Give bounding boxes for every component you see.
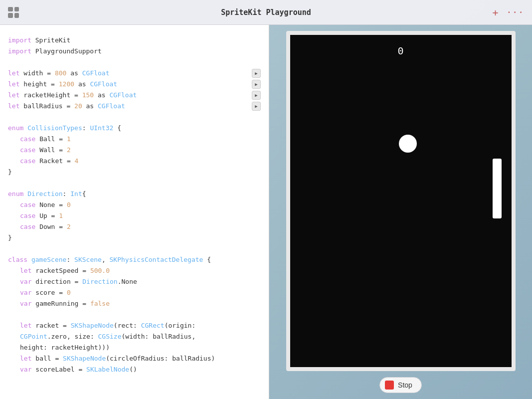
empty-line xyxy=(0,57,269,68)
code-line: let height = 1200 as CGFloat ▶ xyxy=(0,79,269,90)
page-title: SpriteKit Playground xyxy=(221,8,311,17)
code-line: case Ball = 1 xyxy=(0,134,269,145)
run-button[interactable]: ▶ xyxy=(252,80,261,89)
stop-icon xyxy=(385,381,394,390)
stop-bar: Stop xyxy=(379,377,422,393)
main-content: import SpriteKit import PlaygroundSuppor… xyxy=(0,25,532,399)
racket xyxy=(493,159,502,218)
grid-icon[interactable] xyxy=(8,7,19,18)
code-line: height: racketHeight))) xyxy=(0,342,269,353)
add-button[interactable]: + xyxy=(492,7,498,17)
empty-line xyxy=(0,178,269,189)
more-options-button[interactable]: ··· xyxy=(506,7,524,17)
game-window: 0 xyxy=(286,31,516,371)
code-line: case Racket = 4 xyxy=(0,156,269,167)
score-label: 0 xyxy=(397,45,403,57)
code-line: let racketSpeed = 500.0 xyxy=(0,265,269,276)
code-line: } xyxy=(0,232,269,243)
code-line: import PlaygroundSupport xyxy=(0,46,269,57)
ball xyxy=(399,135,417,153)
code-line: case Up = 1 xyxy=(0,210,269,221)
top-bar-right: + ··· xyxy=(492,7,524,17)
code-line: let ballRadius = 20 as CGFloat ▶ xyxy=(0,101,269,112)
code-line: CGPoint.zero, size: CGSize(width: ballRa… xyxy=(0,331,269,342)
code-line: case Wall = 2 xyxy=(0,145,269,156)
code-line: var score = 0 xyxy=(0,287,269,298)
top-bar: SpriteKit Playground + ··· xyxy=(0,0,532,25)
code-line: var scoreLabel = SKLabelNode() xyxy=(0,364,269,375)
empty-line xyxy=(0,112,269,123)
empty-line xyxy=(0,243,269,254)
code-line: var gameRunning = false xyxy=(0,298,269,309)
stop-button[interactable]: Stop xyxy=(379,377,422,393)
code-line: case Down = 2 xyxy=(0,221,269,232)
code-line: import SpriteKit xyxy=(0,35,269,46)
empty-line xyxy=(0,309,269,320)
run-button[interactable]: ▶ xyxy=(252,69,261,78)
run-button[interactable]: ▶ xyxy=(252,102,261,111)
top-bar-left xyxy=(8,7,19,18)
preview-panel: 0 Stop xyxy=(269,25,532,399)
code-line: let width = 800 as CGFloat ▶ xyxy=(0,68,269,79)
code-line: enum Direction: Int{ xyxy=(0,189,269,200)
code-line: let ball = SKShapeNode(circleOfRadius: b… xyxy=(0,353,269,364)
code-line: let racketHeight = 150 as CGFloat ▶ xyxy=(0,90,269,101)
code-line: class gameScene: SKScene, SKPhysicsConta… xyxy=(0,254,269,265)
code-line: } xyxy=(0,167,269,178)
code-line: enum CollisionTypes: UInt32 { xyxy=(0,123,269,134)
run-button[interactable]: ▶ xyxy=(252,91,261,100)
code-line: let racket = SKShapeNode(rect: CGRect(or… xyxy=(0,320,269,331)
code-line: var direction = Direction.None xyxy=(0,276,269,287)
code-line: case None = 0 xyxy=(0,200,269,210)
code-panel: import SpriteKit import PlaygroundSuppor… xyxy=(0,25,269,399)
stop-label: Stop xyxy=(398,381,412,389)
